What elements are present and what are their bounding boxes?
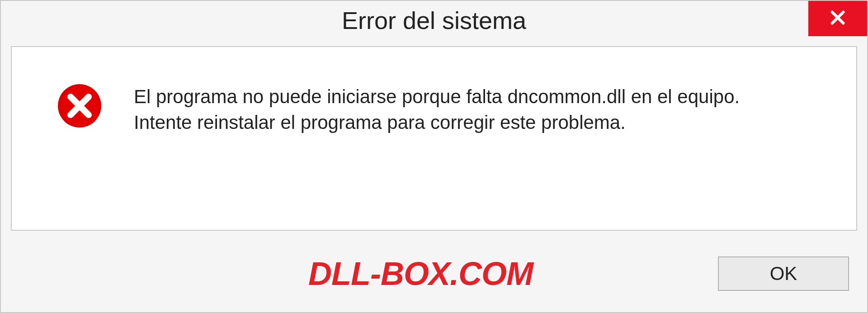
ok-button[interactable]: OK <box>718 256 849 291</box>
message-line-2: Intente reinstalar el programa para corr… <box>134 110 740 136</box>
close-icon <box>828 8 847 29</box>
error-message: El programa no puede iniciarse porque fa… <box>134 79 740 135</box>
titlebar: Error del sistema <box>1 1 867 40</box>
error-icon <box>57 83 102 130</box>
content-panel: El programa no puede iniciarse porque fa… <box>11 46 857 231</box>
close-button[interactable] <box>808 1 867 36</box>
message-line-1: El programa no puede iniciarse porque fa… <box>134 84 740 110</box>
watermark-text: DLL-BOX.COM <box>308 255 533 292</box>
dialog-title: Error del sistema <box>342 6 526 34</box>
dialog-footer: DLL-BOX.COM OK <box>1 235 867 312</box>
error-dialog: Error del sistema El programa no puede i… <box>0 0 868 313</box>
